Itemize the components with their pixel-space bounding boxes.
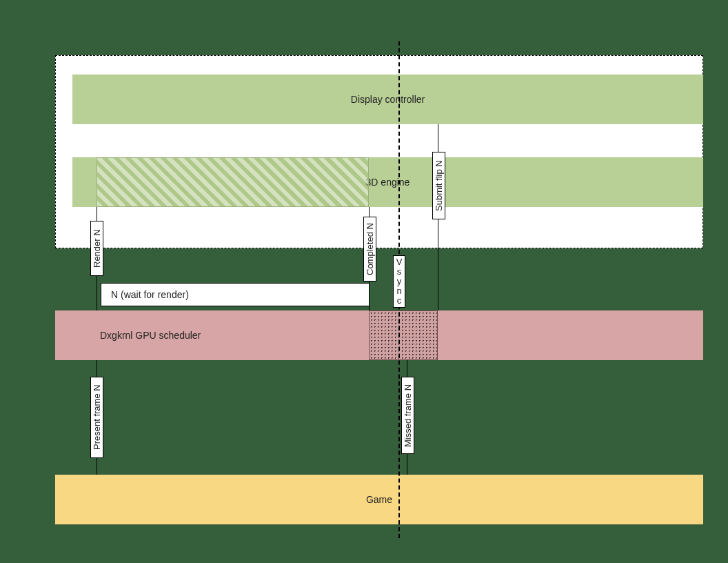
label-submit-flip-n: Submit flip N [432, 152, 445, 219]
render-n-block [97, 157, 369, 207]
label-display-controller: Display controller [351, 94, 425, 105]
label-render-n: Render N [90, 221, 103, 276]
label-game: Game [366, 494, 392, 505]
label-present-frame-n: Present frame N [90, 377, 103, 458]
label-dxgkrnl: Dxgkrnl GPU scheduler [100, 330, 201, 341]
label-vsync: Vsync [393, 255, 405, 308]
wait-for-render-box: N (wait for render) [101, 283, 370, 306]
label-3d-engine: 3D engine [366, 177, 410, 188]
label-missed-frame-n: Missed frame N [401, 377, 414, 454]
diagram-stage: Display controller 3D engine Dxgkrnl GPU… [0, 0, 728, 563]
lane-display-controller: Display controller [72, 75, 703, 124]
label-wait-for-render: N (wait for render) [111, 289, 189, 300]
lane-game: Game [55, 475, 703, 524]
label-completed-n: Completed N [363, 217, 376, 282]
dxgkrnl-dotted-block [369, 310, 438, 360]
